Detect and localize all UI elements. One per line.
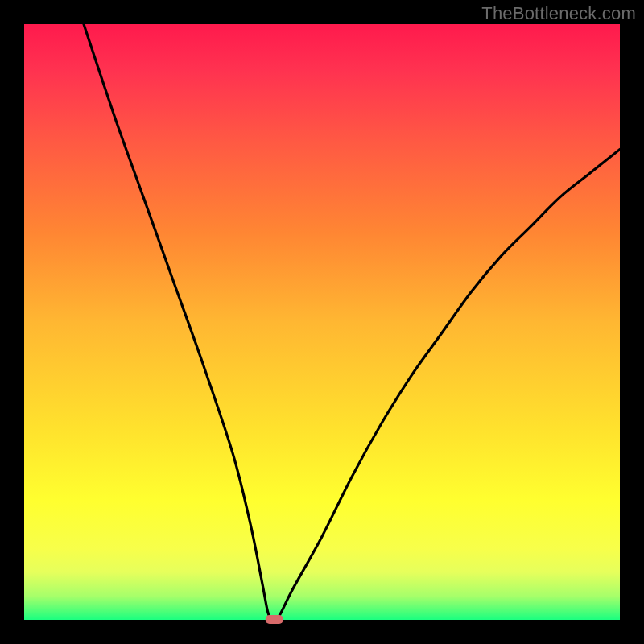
bottleneck-curve [84, 24, 620, 620]
chart-frame: TheBottleneck.com [0, 0, 644, 644]
plot-area [24, 24, 620, 620]
watermark-text: TheBottleneck.com [481, 3, 636, 24]
minimum-marker [266, 615, 283, 624]
curve-layer [24, 24, 620, 620]
